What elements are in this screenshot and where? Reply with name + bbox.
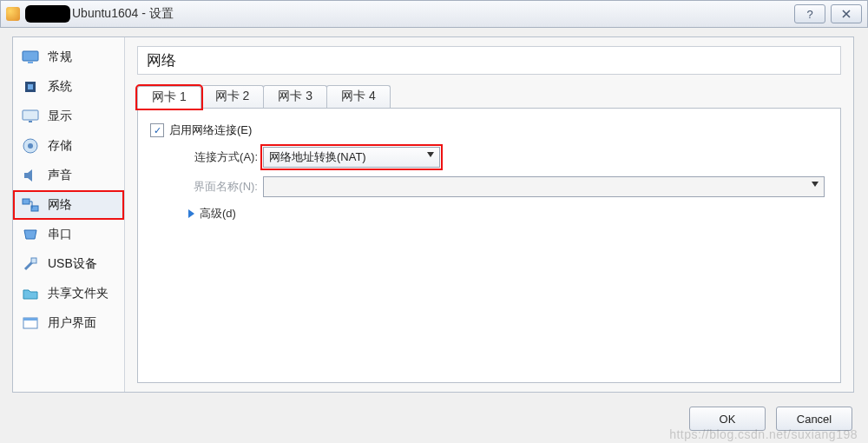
tab-label: 网卡 4 — [341, 89, 376, 102]
attached-to-combo[interactable]: 网络地址转换(NAT) — [263, 147, 440, 168]
sidebar-item-label: 共享文件夹 — [48, 286, 108, 301]
sidebar-item-general[interactable]: 常规 — [13, 43, 124, 72]
usb-icon — [22, 256, 39, 272]
adapter-tabpage: ✓ 启用网络连接(E) 连接方式(A): 网络地址转换(NAT) 界面名称(N)… — [137, 108, 841, 383]
app-icon — [6, 7, 20, 21]
window-body: 常规 系统 显示 存储 声音 网络 — [12, 36, 854, 393]
window-icon — [22, 315, 39, 331]
section-title: 网络 — [137, 46, 841, 75]
svg-rect-10 — [31, 258, 36, 263]
sidebar-item-system[interactable]: 系统 — [13, 72, 124, 102]
attached-to-value: 网络地址转换(NAT) — [269, 149, 366, 165]
tab-label: 网卡 3 — [278, 89, 312, 102]
advanced-label: 高级(d) — [200, 206, 236, 222]
folder-icon — [22, 286, 39, 301]
chip-icon — [22, 79, 39, 95]
sidebar-item-label: 系统 — [48, 79, 72, 95]
button-label: Cancel — [797, 413, 832, 426]
enable-network-checkbox[interactable]: ✓ — [150, 123, 164, 137]
display-icon — [22, 109, 39, 124]
enable-network-label: 启用网络连接(E) — [169, 122, 252, 138]
svg-rect-8 — [23, 199, 30, 204]
sidebar-item-label: 用户界面 — [48, 315, 96, 331]
triangle-right-icon — [188, 209, 194, 218]
sidebar-item-shared[interactable]: 共享文件夹 — [13, 279, 124, 308]
title-bar[interactable]: Ubuntu1604 - 设置 ? — [0, 0, 868, 28]
monitor-icon — [22, 50, 39, 65]
svg-rect-1 — [28, 62, 33, 63]
window-title: Ubuntu1604 - 设置 — [72, 6, 794, 22]
sidebar-item-network[interactable]: 网络 — [13, 190, 124, 220]
tab-adapter-4[interactable]: 网卡 4 — [326, 85, 391, 108]
tab-label: 网卡 2 — [215, 89, 250, 102]
chevron-down-icon — [427, 152, 434, 157]
sidebar-item-label: 声音 — [48, 168, 72, 183]
sidebar-item-storage[interactable]: 存储 — [13, 131, 124, 161]
chevron-down-icon — [812, 182, 819, 187]
settings-window: Ubuntu1604 - 设置 ? 常规 系统 显示 存储 — [0, 0, 868, 443]
sidebar-item-label: 网络 — [48, 197, 72, 213]
speaker-icon — [22, 168, 39, 183]
sidebar-item-ui[interactable]: 用户界面 — [13, 308, 124, 338]
svg-point-7 — [28, 143, 33, 149]
svg-rect-4 — [23, 110, 38, 120]
svg-rect-0 — [23, 51, 38, 61]
redaction — [25, 5, 70, 23]
tab-adapter-1[interactable]: 网卡 1 — [137, 86, 201, 109]
watermark: https://blog.csdn.net/suxiang198 — [669, 427, 858, 441]
window-buttons: ? — [794, 4, 862, 23]
interface-name-label: 界面名称(N): — [154, 179, 258, 195]
sidebar-item-display[interactable]: 显示 — [13, 102, 124, 131]
close-button[interactable] — [831, 4, 862, 23]
button-label: OK — [720, 413, 736, 426]
tab-label: 网卡 1 — [152, 89, 187, 103]
sidebar-item-usb[interactable]: USB设备 — [13, 249, 124, 279]
settings-sidebar: 常规 系统 显示 存储 声音 网络 — [13, 37, 125, 392]
svg-rect-5 — [29, 121, 32, 122]
attached-to-label: 连接方式(A): — [154, 149, 258, 165]
sidebar-item-label: 存储 — [48, 138, 72, 154]
help-button[interactable]: ? — [794, 4, 825, 23]
close-icon — [841, 10, 852, 18]
content-area: 网络 网卡 1 网卡 2 网卡 3 网卡 4 ✓ 启用网络连接(E) 连接方式(… — [125, 37, 853, 392]
interface-name-combo[interactable] — [263, 176, 825, 197]
sidebar-item-serial[interactable]: 串口 — [13, 220, 124, 249]
sidebar-item-label: 显示 — [48, 109, 72, 124]
network-icon — [22, 197, 39, 213]
svg-rect-3 — [28, 84, 33, 89]
tab-adapter-2[interactable]: 网卡 2 — [201, 85, 265, 108]
serial-icon — [22, 227, 39, 242]
svg-rect-12 — [23, 318, 37, 321]
sidebar-item-label: USB设备 — [48, 256, 97, 272]
sidebar-item-label: 常规 — [48, 50, 72, 65]
tab-adapter-3[interactable]: 网卡 3 — [263, 85, 327, 108]
sidebar-item-audio[interactable]: 声音 — [13, 161, 124, 190]
disk-icon — [22, 138, 39, 154]
adapter-tabs: 网卡 1 网卡 2 网卡 3 网卡 4 — [137, 85, 841, 108]
advanced-toggle[interactable]: 高级(d) — [188, 206, 825, 222]
sidebar-item-label: 串口 — [48, 227, 72, 242]
